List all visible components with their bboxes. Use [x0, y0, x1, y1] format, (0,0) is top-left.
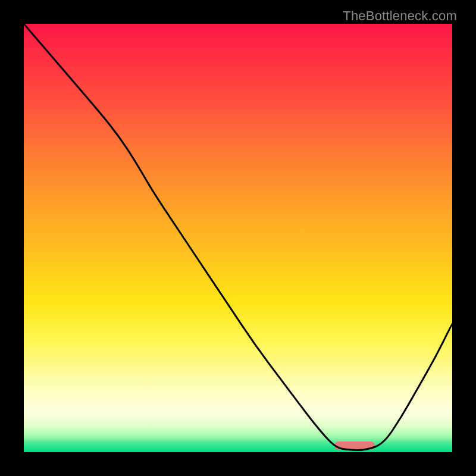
bottleneck-curve: [24, 24, 452, 452]
watermark-text: TheBottleneck.com: [343, 8, 457, 24]
plot-area: [24, 24, 452, 452]
chart-frame: TheBottleneck.com: [0, 0, 476, 476]
